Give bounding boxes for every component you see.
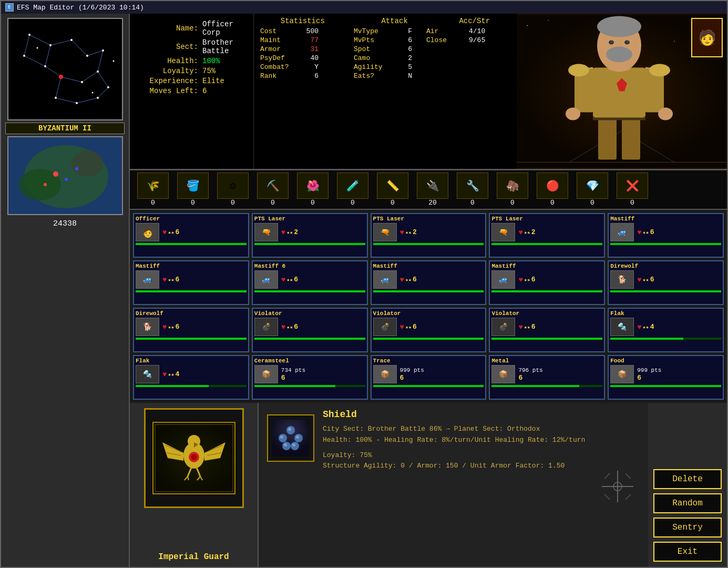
nav-crosshair[interactable] [602,471,633,505]
experience-label: Experience: [140,77,198,85]
acc-title: Acc/Str [459,17,490,25]
svg-point-19 [86,55,88,57]
sphere-icon: 🔴 [537,173,568,199]
exit-button[interactable]: Exit [653,542,722,562]
unit-mastiff-5[interactable]: Mastiff 🚙 ♥ ★★ 6 [489,260,605,305]
random-button[interactable]: Random [653,493,722,513]
svg-point-97 [280,435,283,439]
unit-direwolf-2[interactable]: Direwolf 🐕 ♥ ★★ 6 [133,308,249,352]
name-value: Officer Corp [202,20,253,37]
unit-flak-2[interactable]: Flak 🔩 ♥ ★★ 4 [133,355,249,400]
unit-mastiff-4[interactable]: Mastiff 🚙 ♥ ★★ 6 [371,260,487,305]
terrain-map[interactable] [7,136,123,215]
unit-mastiff-3[interactable]: Mastiff 6 🚙 ♥ ★★ 6 [252,260,368,305]
unit-violator-3[interactable]: Violator 💣 ♥ ★★ 6 [489,308,605,352]
svg-point-66 [627,41,629,43]
unit-trace[interactable]: Trace 📦 999 pts 6 [371,355,487,400]
svg-point-21 [44,65,46,67]
svg-line-13 [77,98,98,103]
resource-metal: 🔧 0 [454,173,491,207]
unit-mastiff-1[interactable]: Mastiff 🚙 ♥ ★★ 6 [608,213,724,258]
unit-ptslaser-1[interactable]: PTS Laser 🔫 ♥ ★★ 2 [252,213,368,258]
delete-button[interactable]: Delete [653,469,722,489]
metal-bar [491,385,602,387]
violator-icon-3: 💣 [491,318,515,336]
shield-icon [272,420,309,457]
window-title: EFS Map Editor (1/6/2023 10:14) [17,4,144,12]
svg-point-20 [102,49,104,52]
unit-flak-1[interactable]: Flak 🔩 ♥ ★★ 4 [608,308,724,352]
svg-point-65 [611,41,613,43]
svg-line-10 [24,56,45,66]
health-label: Health: [140,57,198,65]
shield-desc2: Health: 100% - Healing Rate: 8%/turn/Uni… [323,435,640,446]
counter: 24338 [1,219,129,228]
unit-ceramsteel[interactable]: Ceramsteel 📦 734 pts 6 [252,355,368,400]
gem-icon: 💎 [577,173,608,199]
stat-camo: Camo 2 [354,54,422,62]
svg-point-33 [112,60,114,62]
unit-metal[interactable]: Metal 📦 796 pts 6 [489,355,605,400]
svg-point-69 [658,108,673,120]
svg-line-5 [45,66,61,77]
unit-violator-2[interactable]: Violator 💣 ♥ ★★ 6 [371,308,487,352]
svg-line-0 [29,35,50,45]
emblem-panel: Imperial Guard [130,403,259,567]
unit-direwolf-1[interactable]: Direwolf 🐕 ♥ ★★ 6 [608,260,724,305]
stat-mvtype: MvType F [354,27,422,35]
svg-point-44 [548,20,549,21]
svg-line-4 [45,45,50,66]
flak-icon-1: 🔩 [610,318,634,336]
mastiff-icon-5: 🚙 [491,270,515,289]
svg-point-43 [527,25,528,26]
svg-point-98 [296,435,299,439]
sentry-button[interactable]: Sentry [653,518,722,537]
unit-ptslaser-3[interactable]: PTS Laser 🔫 ♥ ★★ 2 [489,213,605,258]
sect-row: Sect: Brother Battle [140,38,253,55]
svg-point-62 [597,16,641,37]
map-label[interactable]: BYZANTIUM II [5,123,125,134]
svg-point-99 [284,443,287,447]
svg-point-25 [97,70,99,73]
left-panel: BYZANTIUM II 24338 [1,14,130,567]
svg-line-2 [71,40,87,56]
food-bar [610,385,721,387]
faction-emblem [144,408,244,508]
unit-ptslaser-2[interactable]: PTS Laser 🔫 ♥ ★★ 2 [371,213,487,258]
ceramsteel-bar [254,385,365,387]
emblem-svg [152,421,236,495]
direwolf1-health-bar [610,290,721,292]
direwolf2-health-bar [136,338,247,340]
svg-point-59 [649,64,670,77]
faction-label: Imperial Guard [158,552,229,562]
svg-line-104 [626,473,631,479]
mastiff1-health-bar [610,243,721,245]
crosshair-icon [602,471,633,502]
stat-cost: Cost 500 [260,27,350,35]
svg-point-31 [36,47,38,49]
metal-res-icon: 📦 [491,365,515,383]
flak-icon-2: 🔩 [136,365,159,383]
mastiff-icon-4: 🚙 [373,270,397,289]
electric-icon: 🔌 [417,173,448,199]
shield-desc3: Loyalty: 75% [323,450,640,461]
svg-point-68 [566,108,580,120]
unit-mastiff-2[interactable]: Mastiff 🚙 ♥ ★★ 6 [133,260,249,305]
right-section: Name: Officer Corp Sect: Brother Battle … [130,14,727,567]
svg-rect-54 [593,68,645,118]
main-window: E EFS Map Editor (1/6/2023 10:14) [0,0,728,568]
top-info-area: Name: Officer Corp Sect: Brother Battle … [130,14,727,170]
experience-value: Elite [202,77,224,85]
unit-violator-1[interactable]: Violator 💣 ♥ ★★ 6 [252,308,368,352]
mastiff-icon-3: 🚙 [254,270,278,289]
svg-point-58 [568,64,589,77]
direwolf-icon-1: 🐕 [610,270,634,289]
titlebar: E EFS Map Editor (1/6/2023 10:14) [1,1,727,14]
unit-officer[interactable]: Officer 🧑 ♥ ★★ 6 [133,213,249,258]
resource-ore: ⛏️ 0 [254,173,292,207]
ceramsteel-icon: 📦 [254,365,278,383]
shield-desc1: City Sect: Brother Battle 86% → Planet S… [323,424,640,435]
unit-food[interactable]: Food 📦 999 pts 6 [608,355,724,400]
star-map[interactable] [7,18,123,120]
moves-label: Moves Left: [140,87,198,95]
